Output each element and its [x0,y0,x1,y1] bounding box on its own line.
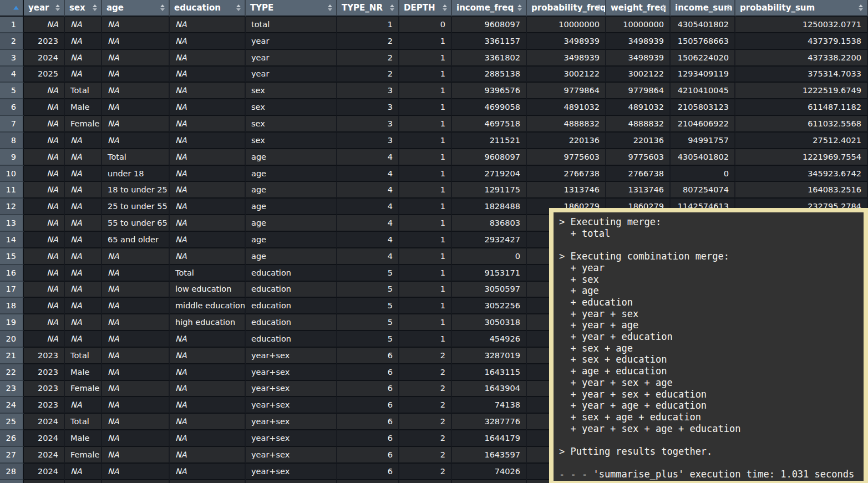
cell-TYPE_NR: 3 [337,116,399,133]
cell-year: 2023 [24,364,65,381]
console-line: + age [559,285,860,297]
cell-age: Total [102,149,170,166]
cell-DEPTH: 1 [399,215,452,232]
cell-weight_freq: 10000000 [606,17,671,33]
cell-age: NA [102,33,170,50]
console-line: + year + education [559,331,860,343]
row-number: 3 [0,50,24,67]
cell-income_freq: 211521 [452,133,527,149]
column-header-probability_freq[interactable]: probability_freq [527,0,606,17]
cell-TYPE_NR: 4 [337,248,399,265]
cell-TYPE_NR: 3 [337,99,399,116]
cell-income_freq: 1643115 [452,364,527,381]
cell-education: NA [170,232,246,248]
cell-TYPE: education [246,265,337,282]
column-header-education[interactable]: education [170,0,246,17]
cell-probability_sum: 27512.4021 [735,133,868,149]
cell-year: NA [24,298,65,314]
cell-education: NA [170,67,246,83]
table-row[interactable]: 42025NANANAyear2128851383002122300212212… [0,67,868,83]
console-line: - - - 'summarise_plus' execution time: 1… [559,469,860,480]
table-row[interactable]: 22023NANANAyear2133611573498939349893915… [0,33,868,50]
cell-weight_freq: 3498939 [606,33,671,50]
cell-income_sum: 807254074 [671,182,735,199]
cell-education: NA [170,397,246,414]
table-row[interactable]: 9NANATotalNAage4196080979775603977560343… [0,149,868,166]
column-label: sex [69,3,85,13]
cell-TYPE_NR [337,480,399,483]
column-header-probability_sum[interactable]: probability_sum [735,0,868,17]
table-row[interactable]: 5NATotalNANAsex3193965769779864977986442… [0,83,868,99]
column-label: age [106,3,124,13]
cell-sex: Female [65,447,102,464]
column-label: income_sum [675,3,733,13]
column-header-sex[interactable]: sex [65,0,102,17]
cell-DEPTH: 1 [399,331,452,348]
cell-income_freq: 3287776 [452,414,527,430]
table-row[interactable]: 1NANANANAtotal10960809710000000100000004… [0,17,868,33]
cell-DEPTH: 1 [399,33,452,50]
cell-year: NA [24,331,65,348]
cell-DEPTH: 1 [399,232,452,248]
cell-income_freq: 1643904 [452,381,527,398]
row-number: 17 [0,282,24,298]
column-header-DEPTH[interactable]: DEPTH [399,0,452,17]
cell-age: NA [102,116,170,133]
sort-icon [236,4,241,11]
cell-year: NA [24,17,65,33]
row-number: 15 [0,248,24,265]
cell-TYPE_NR: 5 [337,298,399,314]
table-row[interactable]: 11NANA18 to under 25NAage411291175131374… [0,182,868,199]
cell-income_freq: 9608097 [452,149,527,166]
column-header-age[interactable]: age [102,0,170,17]
cell-education: high education [170,314,246,331]
cell-sex: Total [65,348,102,364]
column-label: probability_sum [740,3,815,13]
cell-education: NA [170,248,246,265]
column-header-TYPE[interactable]: TYPE [246,0,337,17]
row-number: 26 [0,430,24,447]
console-line: + year + sex [559,308,860,320]
cell-TYPE_NR: 6 [337,364,399,381]
table-row[interactable]: 7NAFemaleNANAsex314697518488883248888322… [0,116,868,133]
cell-sex: Female [65,116,102,133]
cell-TYPE_NR: 5 [337,314,399,331]
column-header-year[interactable]: year [24,0,65,17]
column-header-income_sum[interactable]: income_sum [671,0,735,17]
row-number: 16 [0,265,24,282]
cell-sex: Total [65,83,102,99]
cell-DEPTH: 1 [399,50,452,67]
header-row: yearsexageeducationTYPETYPE_NRDEPTHincom… [0,0,868,17]
cell-education: NA [170,33,246,50]
cell-income_freq: 3287019 [452,348,527,364]
table-row[interactable]: 32024NANANAyear2133618023498939349893915… [0,50,868,67]
cell-year: 2023 [24,348,65,364]
cell-year: NA [24,182,65,199]
column-header-weight_freq[interactable]: weight_freq [606,0,671,17]
table-row[interactable]: 8NANANANAsex3121152122013622013694991757… [0,133,868,149]
cell-sex: Male [65,430,102,447]
cell-age: NA [102,282,170,298]
cell-probability_sum: 611032.5568 [735,116,868,133]
cell-sex: NA [65,397,102,414]
cell-education: NA [170,50,246,67]
cell-weight_freq: 3498939 [606,50,671,67]
cell-income_freq: 2885138 [452,67,527,83]
cell-DEPTH: 2 [399,364,452,381]
table-row[interactable]: 10NANAunder 18NAage412719204276673827667… [0,166,868,182]
cell-probability_freq: 9779864 [527,83,606,99]
column-header-TYPE_NR[interactable]: TYPE_NR [337,0,399,17]
sort-icon [55,4,60,11]
cell-education: NA [170,116,246,133]
cell-weight_freq: 9779864 [606,83,671,99]
cell-sex: NA [65,232,102,248]
row-number-column-header[interactable] [0,0,24,17]
cell-TYPE_NR: 1 [337,17,399,33]
cell-age: NA [102,265,170,282]
cell-TYPE_NR: 6 [337,430,399,447]
column-header-income_freq[interactable]: income_freq [452,0,527,17]
sort-ascending-icon [13,6,19,10]
cell-TYPE: education [246,331,337,348]
cell-probability_sum: 611487.1182 [735,99,868,116]
table-row[interactable]: 6NAMaleNANAsex31469905848910324891032210… [0,99,868,116]
